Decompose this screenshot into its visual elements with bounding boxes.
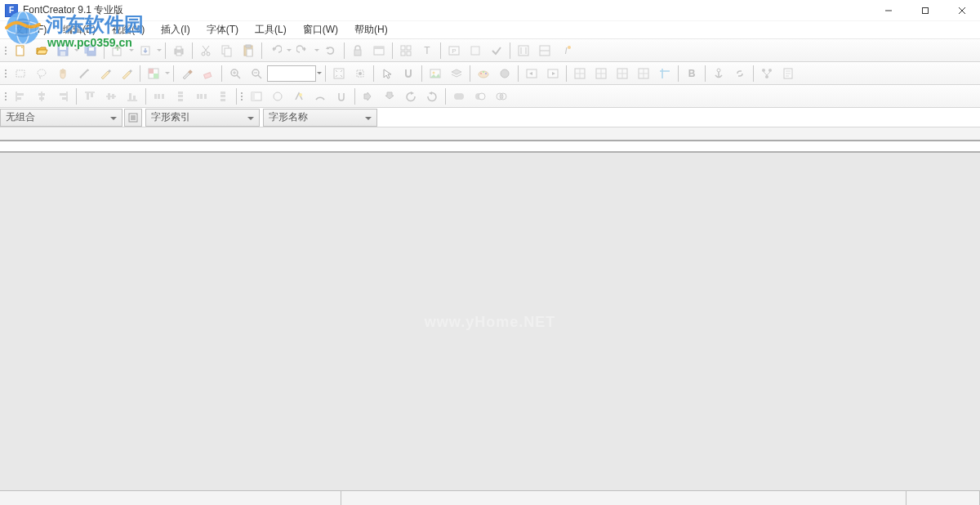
- cut-icon: [196, 41, 216, 60]
- export-icon: [108, 41, 127, 60]
- text-tool-icon: T: [417, 41, 437, 60]
- toolbar-separator: [192, 42, 193, 59]
- toolbar-separator: [566, 65, 567, 82]
- svg-rect-8: [60, 51, 65, 56]
- zoom-in-icon: [225, 64, 245, 83]
- redo-icon: [293, 41, 313, 60]
- undo-icon: [265, 41, 285, 60]
- menu-insert[interactable]: 插入(I): [153, 20, 198, 39]
- pen-icon: [96, 64, 115, 83]
- glyph-index-dropdown[interactable]: 字形索引: [145, 109, 260, 127]
- print-icon: [169, 41, 189, 60]
- svg-rect-118: [129, 93, 131, 100]
- lock-icon: [348, 41, 368, 60]
- eraser-icon: [198, 64, 218, 83]
- svg-rect-128: [204, 94, 207, 99]
- svg-rect-7: [60, 46, 66, 50]
- svg-marker-139: [429, 92, 432, 95]
- close-button[interactable]: [943, 0, 980, 21]
- nav-left-icon: [522, 64, 541, 83]
- undo-icon-dropdown: [286, 49, 292, 51]
- glyph-index-label: 字形索引: [151, 110, 190, 124]
- space-h-icon: [192, 87, 212, 106]
- flip-h-icon: [359, 87, 378, 106]
- svg-rect-104: [17, 97, 21, 100]
- svg-point-141: [457, 93, 464, 100]
- toolbar-grip[interactable]: [3, 42, 8, 59]
- toolbar-separator: [445, 88, 446, 105]
- svg-point-135: [299, 93, 302, 96]
- fit-window-icon: [329, 64, 349, 83]
- svg-line-56: [237, 75, 240, 78]
- zoom-combo[interactable]: [267, 65, 316, 82]
- svg-rect-121: [158, 94, 160, 99]
- align-center-icon: [32, 87, 51, 106]
- open-file-icon[interactable]: [32, 41, 51, 60]
- svg-point-70: [485, 73, 487, 74]
- menu-tools[interactable]: 工具(L): [247, 20, 295, 39]
- align-top-icon: [80, 87, 100, 106]
- anchor-icon: [709, 64, 728, 83]
- autokern-icon: [514, 41, 533, 60]
- toolbar-separator: [325, 65, 326, 82]
- redo-icon-dropdown: [314, 49, 320, 51]
- svg-rect-54: [204, 72, 212, 78]
- maximize-button[interactable]: [906, 0, 943, 21]
- align-bottom-icon: [122, 87, 142, 106]
- toolbar-separator: [165, 42, 166, 59]
- minimize-button[interactable]: [870, 0, 906, 21]
- validate-icon: [487, 41, 506, 60]
- menu-file[interactable]: 文件(F): [7, 20, 55, 39]
- svg-text:T: T: [424, 45, 430, 56]
- menu-font[interactable]: 字体(T): [198, 20, 247, 39]
- toolbar-separator: [510, 42, 510, 59]
- repeat-icon: [321, 41, 341, 60]
- menu-view[interactable]: 视图(V): [104, 20, 153, 39]
- hand-icon: [53, 64, 73, 83]
- menu-window[interactable]: 窗口(W): [295, 20, 346, 39]
- toolbar-separator: [518, 65, 519, 82]
- intersect-icon: [492, 87, 511, 106]
- lasso-icon: [32, 64, 51, 83]
- group-dropdown[interactable]: 无组合: [0, 109, 122, 127]
- svg-rect-109: [60, 93, 66, 96]
- group-settings-button[interactable]: [124, 109, 142, 127]
- align-left-icon: [11, 87, 30, 106]
- svg-line-60: [258, 75, 261, 78]
- menu-edit[interactable]: 编辑(E): [55, 20, 104, 39]
- tree-icon: [757, 64, 777, 83]
- combo-arrow-icon[interactable]: [316, 72, 323, 74]
- grid-4-icon: [634, 64, 653, 83]
- toolbar-grip[interactable]: [3, 88, 8, 105]
- glyph-name-dropdown[interactable]: 字形名称: [263, 109, 377, 127]
- toolbar-align: [0, 85, 980, 108]
- menu-help[interactable]: 帮助(H): [346, 20, 396, 39]
- svg-rect-16: [176, 52, 181, 56]
- svg-point-46: [38, 69, 46, 76]
- toolbar-drawing: B: [0, 62, 980, 85]
- subtract-icon: [470, 87, 490, 106]
- copy-icon: [217, 41, 237, 60]
- toolbar-separator: [344, 42, 345, 59]
- horseshoe-icon: [332, 87, 351, 106]
- toolbar-separator: [678, 65, 679, 82]
- workspace: www.yHome.NET: [0, 151, 980, 490]
- categories-icon: [396, 41, 416, 60]
- pointer-icon: [377, 64, 397, 83]
- svg-rect-25: [247, 49, 252, 56]
- svg-point-64: [359, 72, 362, 75]
- svg-point-93: [762, 69, 765, 72]
- svg-rect-1: [922, 7, 928, 13]
- flip-v-icon: [380, 87, 399, 106]
- svg-rect-24: [246, 45, 251, 47]
- svg-rect-119: [133, 96, 136, 100]
- toolbar-grip[interactable]: [3, 65, 8, 82]
- new-file-icon[interactable]: [11, 41, 30, 60]
- svg-rect-147: [131, 115, 136, 120]
- svg-rect-116: [112, 94, 114, 99]
- svg-rect-122: [162, 94, 164, 99]
- toolbar-grip[interactable]: [239, 88, 244, 105]
- layers-icon: [447, 64, 466, 83]
- svg-point-18: [207, 52, 210, 56]
- svg-rect-15: [176, 47, 181, 50]
